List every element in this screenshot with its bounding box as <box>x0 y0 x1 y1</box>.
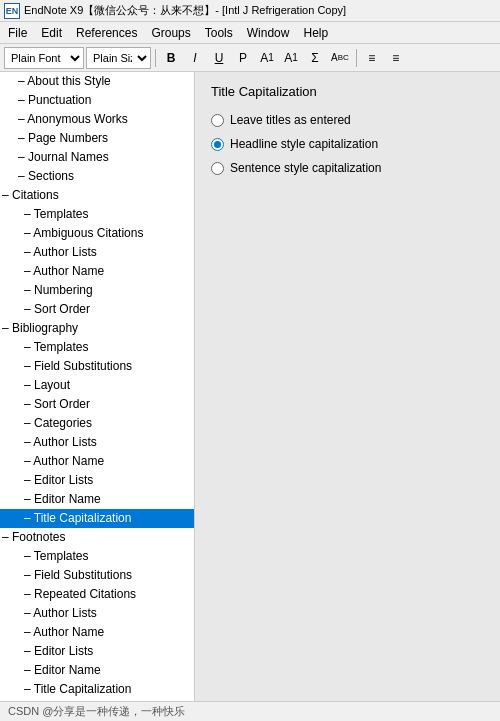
dash-icon: – <box>18 112 27 126</box>
dash-icon: – <box>24 587 34 601</box>
tree-item-numbering[interactable]: – Numbering <box>0 281 194 300</box>
app-icon: EN <box>4 3 20 19</box>
tree-item-bibliography[interactable]: – Bibliography <box>0 319 194 338</box>
plain-button[interactable]: P <box>232 47 254 69</box>
radio-option-leave-titles[interactable]: Leave titles as entered <box>211 113 484 127</box>
dash-icon: – <box>24 568 34 582</box>
tree-item-citations-templates[interactable]: – Templates <box>0 205 194 224</box>
tree-item-footnotes-editor-lists[interactable]: – Editor Lists <box>0 642 194 661</box>
dash-icon: – <box>24 207 34 221</box>
underline-button[interactable]: U <box>208 47 230 69</box>
size-select[interactable]: Plain Size <box>86 47 151 69</box>
dash-icon: – <box>24 340 34 354</box>
toolbar-separator <box>155 49 156 67</box>
tree-item-bibliography-templates[interactable]: – Templates <box>0 338 194 357</box>
superscript-button[interactable]: A1 <box>256 47 278 69</box>
status-text: CSDN @分享是一种传递，一种快乐 <box>8 704 185 719</box>
menu-item-help[interactable]: Help <box>297 24 334 42</box>
toolbar-separator-2 <box>356 49 357 67</box>
tree-item-citations-author-lists[interactable]: – Author Lists <box>0 243 194 262</box>
tree-item-about-this-style[interactable]: – About this Style <box>0 72 194 91</box>
menu-item-groups[interactable]: Groups <box>145 24 196 42</box>
status-bar: CSDN @分享是一种传递，一种快乐 <box>0 701 500 721</box>
dash-icon: – <box>24 492 34 506</box>
tree-item-bibliography-field-substitutions[interactable]: – Field Substitutions <box>0 357 194 376</box>
tree-item-footnotes-author-lists[interactable]: – Author Lists <box>0 604 194 623</box>
tree-item-journal-names[interactable]: – Journal Names <box>0 148 194 167</box>
italic-button[interactable]: I <box>184 47 206 69</box>
dash-icon: – <box>24 511 34 525</box>
tree-item-repeated-citations[interactable]: – Repeated Citations <box>0 585 194 604</box>
radio-label-headline-style: Headline style capitalization <box>230 137 378 151</box>
dash-icon: – <box>18 131 28 145</box>
tree-item-bibliography-editor-name[interactable]: – Editor Name <box>0 490 194 509</box>
menu-item-file[interactable]: File <box>2 24 33 42</box>
menu-item-tools[interactable]: Tools <box>199 24 239 42</box>
dash-icon: – <box>24 454 33 468</box>
dash-icon: – <box>24 226 33 240</box>
tree-item-bibliography-sort-order[interactable]: – Sort Order <box>0 395 194 414</box>
menu-item-window[interactable]: Window <box>241 24 296 42</box>
dash-icon: – <box>24 264 33 278</box>
smallcaps-button[interactable]: ABC <box>328 47 352 69</box>
dash-icon: – <box>24 682 34 696</box>
tree-item-anonymous-works[interactable]: – Anonymous Works <box>0 110 194 129</box>
tree-item-footnotes-templates[interactable]: – Templates <box>0 547 194 566</box>
radio-label-sentence-style: Sentence style capitalization <box>230 161 381 175</box>
radio-group: Leave titles as enteredHeadline style ca… <box>211 113 484 175</box>
title-bar-text: EndNote X9【微信公众号：从来不想】- [Intl J Refriger… <box>24 3 346 18</box>
font-select[interactable]: Plain Font <box>4 47 84 69</box>
menu-item-references[interactable]: References <box>70 24 143 42</box>
tree-item-layout[interactable]: – Layout <box>0 376 194 395</box>
dash-icon: – <box>24 378 34 392</box>
dash-icon: – <box>24 397 34 411</box>
tree-item-citations[interactable]: – Citations <box>0 186 194 205</box>
dash-icon: – <box>18 169 28 183</box>
align-left-button[interactable]: ≡ <box>361 47 383 69</box>
tree-item-footnotes-author-name[interactable]: – Author Name <box>0 623 194 642</box>
radio-label-leave-titles: Leave titles as entered <box>230 113 351 127</box>
tree-item-bibliography-title-capitalization[interactable]: – Title Capitalization <box>0 509 194 528</box>
tree-item-footnotes-field-substitutions[interactable]: – Field Substitutions <box>0 566 194 585</box>
main-content: – About this Style– Punctuation– Anonymo… <box>0 72 500 701</box>
menu-item-edit[interactable]: Edit <box>35 24 68 42</box>
dash-icon: – <box>24 245 33 259</box>
subscript-button[interactable]: A1 <box>280 47 302 69</box>
radio-circle-sentence-style <box>211 162 224 175</box>
bold-button[interactable]: B <box>160 47 182 69</box>
tree-item-ambiguous-citations[interactable]: – Ambiguous Citations <box>0 224 194 243</box>
tree-item-footnotes-editor-name[interactable]: – Editor Name <box>0 661 194 680</box>
radio-circle-leave-titles <box>211 114 224 127</box>
tree-item-bibliography-editor-lists[interactable]: – Editor Lists <box>0 471 194 490</box>
tree-item-categories[interactable]: – Categories <box>0 414 194 433</box>
dash-icon: – <box>24 283 34 297</box>
dash-icon: – <box>24 644 34 658</box>
dash-icon: – <box>18 93 28 107</box>
tree-item-punctuation[interactable]: – Punctuation <box>0 91 194 110</box>
tree-item-page-numbers[interactable]: – Page Numbers <box>0 129 194 148</box>
tree-item-bibliography-author-name[interactable]: – Author Name <box>0 452 194 471</box>
tree-item-citations-sort-order[interactable]: – Sort Order <box>0 300 194 319</box>
tree-item-bibliography-author-lists[interactable]: – Author Lists <box>0 433 194 452</box>
tree-item-citations-author-name[interactable]: – Author Name <box>0 262 194 281</box>
tree-panel: – About this Style– Punctuation– Anonymo… <box>0 72 195 701</box>
dash-icon: – <box>24 416 34 430</box>
right-panel: Title Capitalization Leave titles as ent… <box>195 72 500 701</box>
tree-item-footnotes-title-capitalization[interactable]: – Title Capitalization <box>0 680 194 699</box>
tree-item-footnotes[interactable]: – Footnotes <box>0 528 194 547</box>
menu-bar: FileEditReferencesGroupsToolsWindowHelp <box>0 22 500 44</box>
dash-icon: – <box>24 302 34 316</box>
sigma-button[interactable]: Σ <box>304 47 326 69</box>
dash-icon: – <box>24 359 34 373</box>
dash-icon: – <box>24 663 34 677</box>
tree-item-figures-tables[interactable]: – Figures & Tables <box>0 699 194 701</box>
radio-option-headline-style[interactable]: Headline style capitalization <box>211 137 484 151</box>
radio-option-sentence-style[interactable]: Sentence style capitalization <box>211 161 484 175</box>
dash-icon: – <box>18 74 27 88</box>
dash-icon: – <box>2 530 12 544</box>
align-right-button[interactable]: ≡ <box>385 47 407 69</box>
dash-icon: – <box>24 473 34 487</box>
radio-circle-headline-style <box>211 138 224 151</box>
tree-item-sections[interactable]: – Sections <box>0 167 194 186</box>
dash-icon: – <box>24 606 33 620</box>
